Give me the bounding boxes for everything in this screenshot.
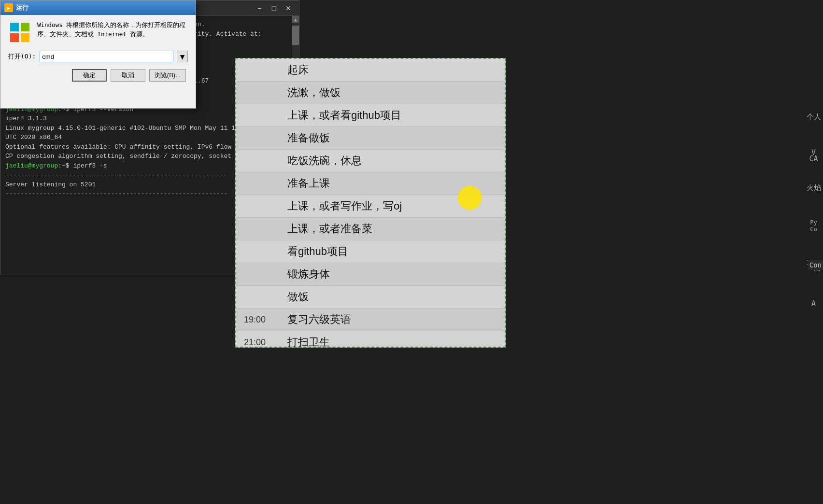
run-dialog: ▶ 运行 Windows 将根据你所输入的名称，为你打开相应的程序、文件夹、文档… <box>0 0 196 109</box>
right-label-a: A <box>811 299 816 308</box>
schedule-item: 21:00 打扫卫生 <box>236 331 505 348</box>
schedule-item: 上课，或者准备菜 <box>236 218 505 240</box>
right-panel: CA 个人 V 火焰 PyCo InteCo A <box>806 77 823 308</box>
svg-rect-0 <box>10 23 19 31</box>
schedule-task: 准备上课 <box>287 176 330 191</box>
run-dialog-titlebar: ▶ 运行 <box>0 0 196 15</box>
terminal-maximize-button[interactable]: □ <box>267 3 281 14</box>
schedule-item: 看github项目 <box>236 240 505 263</box>
run-dialog-body: Windows 将根据你所输入的名称，为你打开相应的程序、文件夹、文档或 Int… <box>0 15 196 108</box>
run-dialog-input[interactable] <box>40 51 173 62</box>
run-dialog-description: Windows 将根据你所输入的名称，为你打开相应的程序、文件夹、文档或 Int… <box>37 21 188 39</box>
run-dialog-cancel-button[interactable]: 取消 <box>111 69 145 82</box>
schedule-item: 准备做饭 <box>236 127 505 150</box>
schedule-task: 锻炼身体 <box>287 267 330 281</box>
svg-rect-1 <box>21 23 29 31</box>
schedule-task: 复习六级英语 <box>287 312 351 327</box>
right-label-fire: 火焰 <box>807 183 821 193</box>
schedule-item: 吃饭洗碗，休息 <box>236 150 505 172</box>
schedule-task: 吃饭洗碗，休息 <box>287 154 362 168</box>
terminal-close-button[interactable]: ✕ <box>282 3 295 14</box>
edge-con-text: Con <box>808 260 823 270</box>
schedule-task: 准备做饭 <box>287 131 330 145</box>
schedule-item: 起床 <box>236 59 505 82</box>
right-label-v: V <box>811 148 816 157</box>
run-dialog-buttons: 确定 取消 浏览(B)... <box>8 69 188 82</box>
schedule-task: 上课，或者准备菜 <box>287 222 372 236</box>
schedule-item: 锻炼身体 <box>236 263 505 286</box>
schedule-task: 做饭 <box>287 290 309 304</box>
run-dialog-input-label: 打开(O): <box>8 52 36 61</box>
terminal-minimize-button[interactable]: − <box>253 3 266 14</box>
scrollbar-up-arrow[interactable]: ▲ <box>292 16 299 23</box>
run-dialog-browse-button[interactable]: 浏览(B)... <box>149 69 186 82</box>
run-dialog-header: Windows 将根据你所输入的名称，为你打开相应的程序、文件夹、文档或 Int… <box>8 21 188 44</box>
schedule-item: 洗漱，做饭 <box>236 82 505 104</box>
svg-rect-3 <box>21 33 29 42</box>
desktop: − □ ✕ * Canonical Livepatch is available… <box>0 0 823 504</box>
scrollbar-thumb[interactable] <box>292 26 299 45</box>
schedule-time: 21:00 <box>244 337 287 348</box>
run-dialog-title: 运行 <box>16 3 28 12</box>
schedule-task: 上课，或者写作业，写oj <box>287 199 402 213</box>
run-dialog-input-row: 打开(O): ▼ <box>8 51 188 62</box>
schedule-item: 19:00 复习六级英语 <box>236 308 505 331</box>
schedule-task: 打扫卫生 <box>287 335 330 348</box>
schedule-item: 做饭 <box>236 286 505 308</box>
schedule-task: 洗漱，做饭 <box>287 85 341 100</box>
cursor-highlight <box>458 186 482 210</box>
svg-rect-2 <box>10 33 19 42</box>
run-dialog-ok-button[interactable]: 确定 <box>72 69 107 82</box>
schedule-item: 上课，或者看github项目 <box>236 104 505 127</box>
schedule-time: 19:00 <box>244 315 287 325</box>
run-dialog-app-icon <box>8 21 31 44</box>
schedule-task: 上课，或者看github项目 <box>287 108 401 123</box>
run-dialog-dropdown-button[interactable]: ▼ <box>177 51 188 62</box>
schedule-task: 起床 <box>287 63 309 77</box>
schedule-task: 看github项目 <box>287 244 348 259</box>
right-label-pyco: PyCo <box>810 219 817 233</box>
right-label-personal: 个人 <box>807 112 821 122</box>
run-dialog-icon: ▶ <box>4 3 13 12</box>
